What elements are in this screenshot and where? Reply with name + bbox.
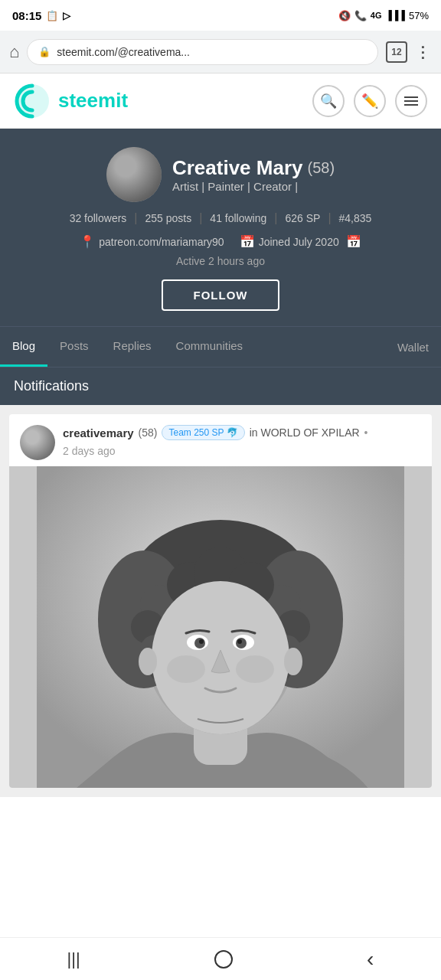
sp-stat[interactable]: 626 SP: [277, 212, 328, 224]
profile-top-row: Creative Mary (58) Artist | Painter | Cr…: [106, 147, 335, 202]
profile-reputation: (58): [307, 159, 335, 177]
search-icon: 🔍: [320, 93, 337, 109]
calendar-icon-2: 📅: [346, 234, 361, 249]
play-icon: ▷: [63, 10, 70, 21]
browser-bar: ⌂ 🔒 steemit.com/@creativema... 12 ⋮: [0, 31, 441, 74]
browser-url-bar[interactable]: 🔒 steemit.com/@creativema...: [27, 39, 378, 65]
phone-icon: 📞: [354, 10, 367, 21]
steemit-logo[interactable]: steemit: [14, 83, 128, 119]
feed-avatar[interactable]: [20, 425, 55, 460]
rank-stat[interactable]: #4,835: [332, 212, 380, 224]
profile-bio: Artist | Painter | Creator |: [172, 180, 335, 193]
battery-display: 57%: [409, 10, 429, 21]
feed-image: [9, 466, 432, 788]
svg-point-27: [167, 655, 205, 683]
feed-badge[interactable]: Team 250 SP 🐬: [162, 425, 244, 440]
tab-communities[interactable]: Communities: [164, 327, 256, 367]
feed-image-container[interactable]: [9, 466, 432, 788]
browser-home-icon[interactable]: ⌂: [9, 42, 19, 62]
profile-stats: 32 followers | 255 posts | 41 following …: [62, 211, 380, 225]
tab-replies[interactable]: Replies: [101, 327, 164, 367]
patreon-url: patreon.com/mariamary90: [99, 236, 224, 248]
feed-username[interactable]: creativemary: [63, 426, 134, 439]
alarm-icon: 📋: [46, 10, 58, 21]
profile-info: Creative Mary (58) Artist | Painter | Cr…: [172, 156, 335, 193]
steemit-header: steemit 🔍 ✏️: [0, 74, 441, 129]
following-stat[interactable]: 41 following: [202, 212, 274, 224]
feed-community[interactable]: in WORLD OF XPILAR: [250, 426, 360, 439]
write-button[interactable]: ✏️: [354, 85, 386, 117]
wifi-signal-icon: ▐▐▐: [385, 10, 405, 21]
status-bar: 08:15 📋 ▷ 🔇 📞 4G ▐▐▐ 57%: [0, 0, 441, 31]
mute-icon: 🔇: [338, 10, 351, 21]
tabs-bar: Blog Posts Replies Communities Wallet: [0, 326, 441, 367]
pencil-icon: ✏️: [361, 93, 378, 109]
tab-blog[interactable]: Blog: [0, 327, 47, 367]
recent-icon: |||: [67, 949, 80, 969]
signal-icon: 4G: [371, 11, 382, 20]
joined-text: Joined July 2020: [259, 236, 339, 248]
tab-posts[interactable]: Posts: [47, 327, 101, 367]
notifications-bar[interactable]: Notifications: [0, 367, 441, 405]
status-time: 08:15 📋 ▷: [12, 9, 70, 22]
svg-point-26: [237, 639, 242, 644]
feed-area: creativemary (58) Team 250 SP 🐬 in WORLD…: [0, 405, 441, 797]
avatar-image: [106, 147, 162, 202]
profile-links: 📍 patreon.com/mariamary90 📅 Joined July …: [80, 234, 361, 249]
followers-stat[interactable]: 32 followers: [62, 212, 135, 224]
follow-button[interactable]: FOLLOW: [162, 279, 280, 311]
feed-dot: •: [364, 426, 368, 439]
profile-name-row: Creative Mary (58): [172, 156, 335, 180]
patreon-link[interactable]: 📍 patreon.com/mariamary90: [80, 234, 224, 249]
home-icon: [214, 950, 233, 969]
tab-wallet[interactable]: Wallet: [385, 328, 441, 366]
status-icons: 🔇 📞 4G ▐▐▐ 57%: [338, 10, 429, 21]
calendar-icon: 📅: [240, 234, 255, 249]
recent-apps-button[interactable]: |||: [67, 949, 80, 969]
url-text: steemit.com/@creativema...: [57, 46, 190, 58]
posts-stat[interactable]: 255 posts: [137, 212, 199, 224]
feed-reputation: (58): [139, 426, 158, 439]
svg-point-29: [139, 648, 157, 675]
svg-point-30: [284, 648, 302, 675]
location-icon: 📍: [80, 234, 95, 249]
notifications-label: Notifications: [14, 378, 89, 394]
android-nav: ||| ‹: [0, 937, 441, 980]
menu-button[interactable]: [395, 85, 427, 117]
svg-point-23: [199, 639, 204, 644]
feed-card: creativemary (58) Team 250 SP 🐬 in WORLD…: [9, 414, 432, 788]
steemit-logo-text: steemit: [58, 89, 128, 113]
svg-point-28: [236, 655, 274, 683]
home-button[interactable]: [214, 950, 233, 969]
feed-card-header: creativemary (58) Team 250 SP 🐬 in WORLD…: [9, 414, 432, 466]
joined-date: 📅 Joined July 2020 📅: [240, 234, 361, 249]
browser-menu-icon[interactable]: ⋮: [415, 43, 432, 61]
steemit-logo-svg: [14, 83, 51, 119]
browser-tab-count[interactable]: 12: [386, 41, 407, 63]
feed-time: 2 days ago: [63, 445, 116, 457]
profile-avatar: [106, 147, 162, 202]
profile-name: Creative Mary: [172, 156, 303, 180]
back-button[interactable]: ‹: [367, 947, 374, 972]
feed-card-meta: creativemary (58) Team 250 SP 🐬 in WORLD…: [63, 425, 421, 457]
lock-icon: 🔒: [38, 46, 51, 57]
feed-meta-top: creativemary (58) Team 250 SP 🐬 in WORLD…: [63, 425, 421, 457]
time-display: 08:15: [12, 9, 41, 22]
header-actions: 🔍 ✏️: [312, 85, 427, 117]
back-icon: ‹: [367, 947, 374, 971]
profile-active-status: Active 2 hours ago: [176, 255, 265, 267]
profile-section: Creative Mary (58) Artist | Painter | Cr…: [0, 129, 441, 326]
search-button[interactable]: 🔍: [312, 85, 345, 117]
hamburger-icon: [404, 96, 418, 106]
